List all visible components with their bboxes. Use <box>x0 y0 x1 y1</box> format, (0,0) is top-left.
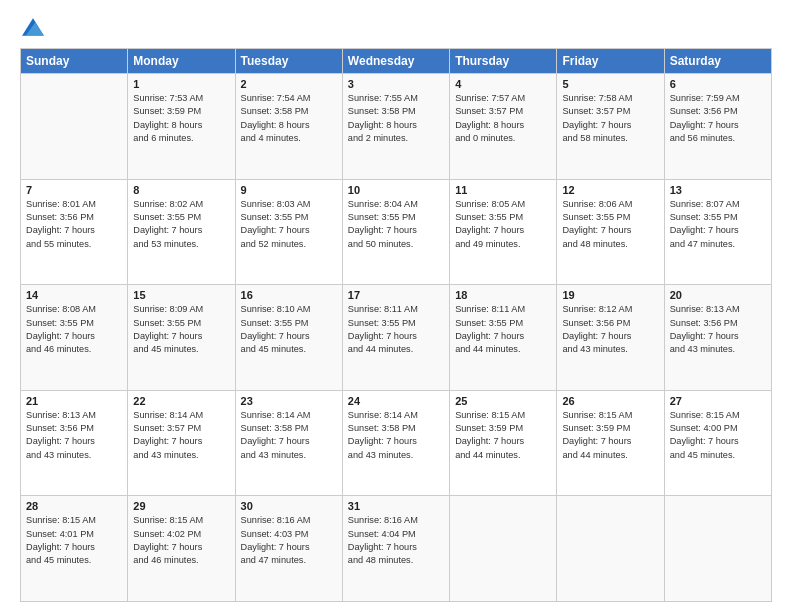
day-number: 8 <box>133 184 229 196</box>
day-number: 14 <box>26 289 122 301</box>
day-number: 26 <box>562 395 658 407</box>
cell-content: Sunrise: 8:03 AM Sunset: 3:55 PM Dayligh… <box>241 198 337 251</box>
cell-content: Sunrise: 8:14 AM Sunset: 3:58 PM Dayligh… <box>241 409 337 462</box>
day-number: 16 <box>241 289 337 301</box>
cell-4-5: 25Sunrise: 8:15 AM Sunset: 3:59 PM Dayli… <box>450 390 557 496</box>
cell-content: Sunrise: 8:15 AM Sunset: 3:59 PM Dayligh… <box>455 409 551 462</box>
cell-3-1: 14Sunrise: 8:08 AM Sunset: 3:55 PM Dayli… <box>21 285 128 391</box>
day-number: 7 <box>26 184 122 196</box>
cell-content: Sunrise: 8:06 AM Sunset: 3:55 PM Dayligh… <box>562 198 658 251</box>
day-number: 6 <box>670 78 766 90</box>
cell-content: Sunrise: 8:14 AM Sunset: 3:57 PM Dayligh… <box>133 409 229 462</box>
logo-icon <box>22 18 44 36</box>
cell-1-6: 5Sunrise: 7:58 AM Sunset: 3:57 PM Daylig… <box>557 74 664 180</box>
day-number: 27 <box>670 395 766 407</box>
cell-5-6 <box>557 496 664 602</box>
cell-1-7: 6Sunrise: 7:59 AM Sunset: 3:56 PM Daylig… <box>664 74 771 180</box>
day-number: 12 <box>562 184 658 196</box>
day-number: 11 <box>455 184 551 196</box>
cell-1-3: 2Sunrise: 7:54 AM Sunset: 3:58 PM Daylig… <box>235 74 342 180</box>
cell-content: Sunrise: 8:05 AM Sunset: 3:55 PM Dayligh… <box>455 198 551 251</box>
cell-content: Sunrise: 8:07 AM Sunset: 3:55 PM Dayligh… <box>670 198 766 251</box>
cell-content: Sunrise: 8:16 AM Sunset: 4:04 PM Dayligh… <box>348 514 444 567</box>
day-number: 17 <box>348 289 444 301</box>
cell-content: Sunrise: 8:04 AM Sunset: 3:55 PM Dayligh… <box>348 198 444 251</box>
cell-4-7: 27Sunrise: 8:15 AM Sunset: 4:00 PM Dayli… <box>664 390 771 496</box>
day-number: 10 <box>348 184 444 196</box>
cell-content: Sunrise: 7:54 AM Sunset: 3:58 PM Dayligh… <box>241 92 337 145</box>
cell-5-7 <box>664 496 771 602</box>
cell-content: Sunrise: 8:02 AM Sunset: 3:55 PM Dayligh… <box>133 198 229 251</box>
col-thursday: Thursday <box>450 49 557 74</box>
cell-5-3: 30Sunrise: 8:16 AM Sunset: 4:03 PM Dayli… <box>235 496 342 602</box>
day-number: 21 <box>26 395 122 407</box>
day-number: 1 <box>133 78 229 90</box>
col-friday: Friday <box>557 49 664 74</box>
cell-content: Sunrise: 8:15 AM Sunset: 4:02 PM Dayligh… <box>133 514 229 567</box>
cell-content: Sunrise: 8:16 AM Sunset: 4:03 PM Dayligh… <box>241 514 337 567</box>
cell-content: Sunrise: 8:10 AM Sunset: 3:55 PM Dayligh… <box>241 303 337 356</box>
cell-1-1 <box>21 74 128 180</box>
col-tuesday: Tuesday <box>235 49 342 74</box>
cell-3-7: 20Sunrise: 8:13 AM Sunset: 3:56 PM Dayli… <box>664 285 771 391</box>
cell-content: Sunrise: 8:12 AM Sunset: 3:56 PM Dayligh… <box>562 303 658 356</box>
day-number: 20 <box>670 289 766 301</box>
cell-2-2: 8Sunrise: 8:02 AM Sunset: 3:55 PM Daylig… <box>128 179 235 285</box>
cell-content: Sunrise: 8:13 AM Sunset: 3:56 PM Dayligh… <box>670 303 766 356</box>
cell-content: Sunrise: 8:09 AM Sunset: 3:55 PM Dayligh… <box>133 303 229 356</box>
day-number: 30 <box>241 500 337 512</box>
cell-content: Sunrise: 8:13 AM Sunset: 3:56 PM Dayligh… <box>26 409 122 462</box>
cell-5-4: 31Sunrise: 8:16 AM Sunset: 4:04 PM Dayli… <box>342 496 449 602</box>
cell-3-2: 15Sunrise: 8:09 AM Sunset: 3:55 PM Dayli… <box>128 285 235 391</box>
cell-3-6: 19Sunrise: 8:12 AM Sunset: 3:56 PM Dayli… <box>557 285 664 391</box>
cell-content: Sunrise: 7:53 AM Sunset: 3:59 PM Dayligh… <box>133 92 229 145</box>
day-number: 9 <box>241 184 337 196</box>
cell-4-6: 26Sunrise: 8:15 AM Sunset: 3:59 PM Dayli… <box>557 390 664 496</box>
cell-1-2: 1Sunrise: 7:53 AM Sunset: 3:59 PM Daylig… <box>128 74 235 180</box>
cell-5-1: 28Sunrise: 8:15 AM Sunset: 4:01 PM Dayli… <box>21 496 128 602</box>
day-number: 2 <box>241 78 337 90</box>
day-number: 13 <box>670 184 766 196</box>
day-number: 4 <box>455 78 551 90</box>
cell-3-4: 17Sunrise: 8:11 AM Sunset: 3:55 PM Dayli… <box>342 285 449 391</box>
cell-2-6: 12Sunrise: 8:06 AM Sunset: 3:55 PM Dayli… <box>557 179 664 285</box>
day-number: 23 <box>241 395 337 407</box>
day-number: 15 <box>133 289 229 301</box>
col-saturday: Saturday <box>664 49 771 74</box>
day-number: 3 <box>348 78 444 90</box>
calendar-table: SundayMondayTuesdayWednesdayThursdayFrid… <box>20 48 772 602</box>
cell-2-4: 10Sunrise: 8:04 AM Sunset: 3:55 PM Dayli… <box>342 179 449 285</box>
cell-2-5: 11Sunrise: 8:05 AM Sunset: 3:55 PM Dayli… <box>450 179 557 285</box>
week-row-5: 28Sunrise: 8:15 AM Sunset: 4:01 PM Dayli… <box>21 496 772 602</box>
day-number: 28 <box>26 500 122 512</box>
cell-1-4: 3Sunrise: 7:55 AM Sunset: 3:58 PM Daylig… <box>342 74 449 180</box>
day-number: 24 <box>348 395 444 407</box>
cell-content: Sunrise: 7:55 AM Sunset: 3:58 PM Dayligh… <box>348 92 444 145</box>
cell-2-1: 7Sunrise: 8:01 AM Sunset: 3:56 PM Daylig… <box>21 179 128 285</box>
cell-content: Sunrise: 7:59 AM Sunset: 3:56 PM Dayligh… <box>670 92 766 145</box>
cell-4-3: 23Sunrise: 8:14 AM Sunset: 3:58 PM Dayli… <box>235 390 342 496</box>
week-row-1: 1Sunrise: 7:53 AM Sunset: 3:59 PM Daylig… <box>21 74 772 180</box>
day-number: 18 <box>455 289 551 301</box>
day-number: 5 <box>562 78 658 90</box>
cell-content: Sunrise: 8:15 AM Sunset: 4:00 PM Dayligh… <box>670 409 766 462</box>
day-number: 22 <box>133 395 229 407</box>
cell-5-5 <box>450 496 557 602</box>
cell-content: Sunrise: 8:15 AM Sunset: 4:01 PM Dayligh… <box>26 514 122 567</box>
cell-content: Sunrise: 8:11 AM Sunset: 3:55 PM Dayligh… <box>455 303 551 356</box>
day-number: 29 <box>133 500 229 512</box>
day-number: 25 <box>455 395 551 407</box>
day-number: 31 <box>348 500 444 512</box>
cell-content: Sunrise: 7:58 AM Sunset: 3:57 PM Dayligh… <box>562 92 658 145</box>
cell-4-2: 22Sunrise: 8:14 AM Sunset: 3:57 PM Dayli… <box>128 390 235 496</box>
col-sunday: Sunday <box>21 49 128 74</box>
cell-4-1: 21Sunrise: 8:13 AM Sunset: 3:56 PM Dayli… <box>21 390 128 496</box>
cell-2-3: 9Sunrise: 8:03 AM Sunset: 3:55 PM Daylig… <box>235 179 342 285</box>
cell-1-5: 4Sunrise: 7:57 AM Sunset: 3:57 PM Daylig… <box>450 74 557 180</box>
header-row: SundayMondayTuesdayWednesdayThursdayFrid… <box>21 49 772 74</box>
week-row-3: 14Sunrise: 8:08 AM Sunset: 3:55 PM Dayli… <box>21 285 772 391</box>
cell-content: Sunrise: 8:08 AM Sunset: 3:55 PM Dayligh… <box>26 303 122 356</box>
week-row-2: 7Sunrise: 8:01 AM Sunset: 3:56 PM Daylig… <box>21 179 772 285</box>
page: SundayMondayTuesdayWednesdayThursdayFrid… <box>0 0 792 612</box>
cell-4-4: 24Sunrise: 8:14 AM Sunset: 3:58 PM Dayli… <box>342 390 449 496</box>
